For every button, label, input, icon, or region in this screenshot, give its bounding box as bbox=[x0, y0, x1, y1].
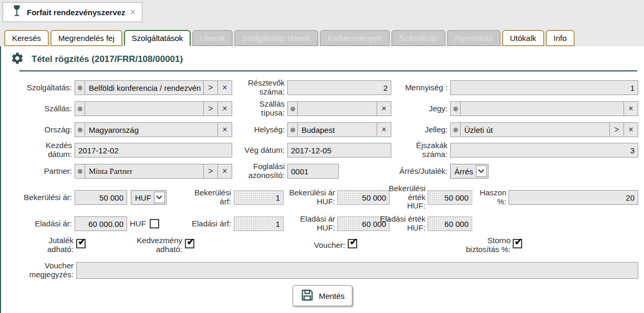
orszag-input[interactable]: Magyarország bbox=[85, 123, 217, 137]
check-icon: ✔ bbox=[349, 237, 358, 247]
kezdes-datum-label: Kezdés dátum: bbox=[6, 143, 72, 158]
close-icon: × bbox=[628, 125, 633, 134]
szolgaltatas-clear-button[interactable]: × bbox=[217, 81, 232, 95]
szolgaltatas-label: Szolgáltatás: bbox=[6, 80, 72, 95]
status-dot-icon bbox=[75, 102, 85, 116]
eladasi-ertek-huf-label: Eladási érték HUF: bbox=[375, 216, 425, 231]
eladasi-ar-currency-label: HUF bbox=[130, 216, 147, 231]
storno-label: Storno biztosítás %: bbox=[461, 236, 511, 254]
kedvezmeny-adhato-checkbox[interactable]: ✔ bbox=[185, 239, 194, 248]
chevron-right-icon: > bbox=[614, 125, 619, 134]
partner-open-button[interactable]: > bbox=[203, 164, 217, 178]
storno-checkbox[interactable]: ✔ bbox=[513, 239, 522, 248]
ejszakak-input[interactable]: 3 bbox=[450, 143, 638, 158]
save-button[interactable]: Mentés bbox=[293, 285, 352, 306]
tab-label: Megrendelés fej bbox=[58, 34, 115, 43]
bekerulesi-arf-label: Bekerülési árf: bbox=[190, 190, 231, 205]
jegy-field: × bbox=[450, 101, 638, 116]
jegy-input[interactable] bbox=[461, 102, 624, 116]
jelleg-field: Üzleti út > × bbox=[450, 122, 638, 137]
chevron-down-icon bbox=[154, 192, 165, 203]
haszon-input[interactable]: 20 bbox=[508, 190, 638, 205]
eladasi-ar-huf-label: Eladási ár HUF: bbox=[285, 216, 335, 231]
status-dot-icon bbox=[75, 123, 85, 137]
eladasi-arf-input: 1 bbox=[234, 216, 284, 231]
bekerulesi-ar-label: Bekerülési ár: bbox=[6, 190, 72, 205]
tab-label: Kedvezmények bbox=[328, 34, 382, 43]
tab-label: Számlázás bbox=[399, 34, 438, 43]
bekerulesi-arf-input: 1 bbox=[234, 190, 284, 205]
szallas-input[interactable] bbox=[85, 102, 203, 116]
gear-icon bbox=[11, 51, 24, 67]
szolgaltatas-input[interactable]: Belföldi konferencia / rendezvén bbox=[85, 81, 203, 95]
tab-utokalk[interactable]: Utókalk bbox=[502, 30, 544, 46]
helyseg-input[interactable]: Budapest bbox=[298, 123, 377, 137]
veg-datum-input[interactable]: 2017-12-05 bbox=[287, 143, 391, 158]
tab-nyomtatas: Nyomtatás bbox=[447, 30, 501, 46]
kedvezmeny-adhato-label: Kedvezmény adható: bbox=[127, 236, 182, 254]
arres-jutalek-label: Árrés/Jutalék: bbox=[396, 164, 448, 179]
haszon-label: Haszon %: bbox=[469, 190, 506, 205]
szallas-clear-button[interactable]: × bbox=[217, 102, 232, 116]
szallas-field: > × bbox=[75, 101, 232, 116]
szallas-tipusa-input[interactable] bbox=[298, 102, 377, 116]
bekerulesi-ar-currency-select[interactable]: HUF bbox=[131, 190, 167, 205]
eladasi-arf-label: Eladási árf: bbox=[190, 216, 231, 231]
szolgaltatas-field: Belföldi konferencia / rendezvén > × bbox=[75, 80, 232, 95]
partner-clear-button[interactable]: × bbox=[217, 164, 232, 178]
voucher-megjegyzes-label: Voucher megjegyzés: bbox=[16, 262, 74, 279]
orszag-label: Ország: bbox=[6, 122, 72, 137]
helyseg-label: Helység: bbox=[235, 122, 285, 137]
voucher-checkbox[interactable]: ✔ bbox=[348, 239, 357, 248]
szallas-tipusa-field: × bbox=[287, 101, 391, 116]
eladasi-ertek-huf-input: 60 000 bbox=[428, 216, 472, 231]
eladasi-ar-currency-checkbox[interactable] bbox=[150, 219, 159, 228]
jegy-clear-button[interactable]: × bbox=[624, 102, 638, 116]
jelleg-label: Jelleg: bbox=[396, 122, 448, 137]
szallas-label: Szállás: bbox=[6, 101, 72, 116]
resztevok-label: Résztevők száma: bbox=[235, 80, 285, 95]
chevron-right-icon: > bbox=[208, 83, 213, 92]
tab-kereses[interactable]: Keresés bbox=[4, 30, 49, 46]
tab-szolgaltatasok[interactable]: Szolgáltatások bbox=[124, 30, 191, 46]
foglalasi-input[interactable]: 0001 bbox=[287, 164, 339, 179]
tab-info[interactable]: Info bbox=[546, 30, 575, 46]
tab-megrendeles-fej[interactable]: Megrendelés fej bbox=[50, 30, 122, 46]
jutalek-adhato-checkbox[interactable]: ✔ bbox=[76, 239, 86, 248]
arres-jutalek-select[interactable]: Árrés bbox=[450, 164, 489, 179]
veg-datum-label: Vég dátum: bbox=[235, 143, 285, 158]
szolgaltatas-open-button[interactable]: > bbox=[203, 81, 217, 95]
bekerulesi-ar-input[interactable]: 50 000 bbox=[75, 190, 127, 205]
jelleg-input[interactable]: Üzleti út bbox=[461, 123, 609, 137]
check-icon: ✔ bbox=[78, 237, 86, 247]
jelleg-open-button[interactable]: > bbox=[609, 123, 624, 137]
page-title: Tétel rögzítés (2017/FRR/108/00001) bbox=[32, 54, 183, 65]
eladasi-ar-label: Eladási ár: bbox=[6, 216, 72, 231]
kezdes-datum-input[interactable]: 2017-12-02 bbox=[75, 143, 232, 158]
orszag-clear-button[interactable]: × bbox=[217, 123, 232, 137]
jelleg-clear-button[interactable]: × bbox=[624, 123, 638, 137]
chevron-down-icon bbox=[476, 165, 487, 177]
foglalasi-label: Foglalási azonosító: bbox=[235, 164, 285, 179]
eladasi-ar-input[interactable]: 60 000.00 bbox=[75, 216, 127, 231]
close-icon: × bbox=[222, 83, 227, 92]
szallas-tipusa-label: Szállás típusa: bbox=[235, 101, 285, 116]
close-icon[interactable]: × bbox=[130, 7, 136, 17]
partner-input[interactable]: Minta Partner bbox=[85, 164, 203, 178]
tab-label: Nyomtatás bbox=[455, 34, 493, 43]
bekerulesi-ertek-huf-label: Bekerülési érték HUF: bbox=[385, 190, 425, 205]
arres-jutalek-value: Árrés bbox=[452, 167, 476, 176]
helyseg-field: Budapest × bbox=[287, 122, 391, 137]
close-icon: × bbox=[222, 166, 227, 176]
resztevok-input[interactable]: 2 bbox=[287, 80, 391, 95]
mennyiseg-input[interactable]: 1 bbox=[450, 80, 638, 95]
helyseg-clear-button[interactable]: × bbox=[377, 123, 391, 137]
voucher-megjegyzes-input[interactable] bbox=[76, 262, 638, 279]
window-tab[interactable]: Forfait rendezvényszervez × bbox=[3, 2, 142, 22]
szallas-tipusa-clear-button[interactable]: × bbox=[377, 102, 391, 116]
status-dot-icon bbox=[451, 102, 461, 116]
close-icon: × bbox=[381, 125, 386, 134]
szallas-open-button[interactable]: > bbox=[203, 102, 217, 116]
status-dot-icon bbox=[75, 164, 85, 178]
tab-label: Utókalk bbox=[510, 34, 536, 43]
